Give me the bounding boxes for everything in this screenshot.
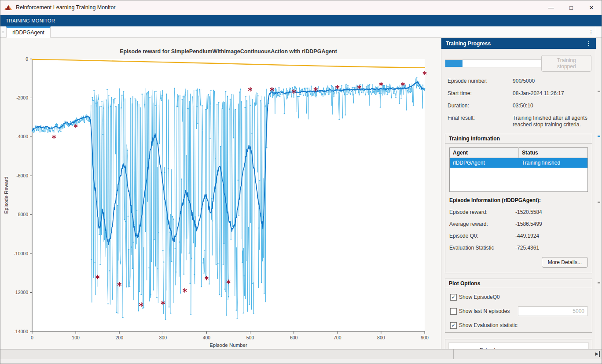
training-information-title: Training Information bbox=[445, 134, 592, 143]
figure-panel: Episode reward for SimplePendlumWithImag… bbox=[0, 38, 441, 349]
scroll-mark bbox=[598, 202, 600, 203]
episode-number-value: 900/5000 bbox=[513, 78, 592, 85]
table-row-rlddpgagent[interactable]: rlDDPGAgent Training finished bbox=[450, 158, 588, 168]
skip-right-arrow-icon[interactable]: ▶ bbox=[595, 351, 600, 357]
svg-text:600: 600 bbox=[290, 335, 298, 340]
document-tabstrip: ≡ rlDDPGAgent ⋮ bbox=[0, 26, 602, 38]
legend-item-episode-reward: Episode reward bbox=[452, 347, 504, 349]
final-result-label: Final result: bbox=[448, 115, 513, 128]
svg-text:800: 800 bbox=[377, 335, 385, 340]
episode-reward-label: Episode reward: bbox=[449, 209, 515, 215]
training-progress-bar bbox=[445, 59, 541, 67]
table-empty-area bbox=[450, 168, 588, 192]
scroll-mark bbox=[598, 282, 600, 283]
svg-text:-4000: -4000 bbox=[16, 134, 28, 139]
training-information-group: Training Information Agent Status bbox=[445, 134, 592, 273]
svg-text:-12000: -12000 bbox=[14, 290, 28, 295]
average-reward-label: Average reward: bbox=[449, 221, 515, 227]
status-cell: Training finished bbox=[519, 158, 588, 168]
bottom-filler bbox=[0, 359, 602, 364]
svg-text:500: 500 bbox=[246, 335, 254, 340]
tabstrip-endcap bbox=[596, 26, 602, 37]
episode-reward-chart: Episode reward for SimplePendlumWithImag… bbox=[0, 38, 442, 349]
maximize-button[interactable]: □ bbox=[561, 0, 581, 15]
ribbon-tab-training-monitor[interactable]: TRAINING MONITOR bbox=[0, 15, 60, 26]
window-title: Reinforcement Learning Training Monitor bbox=[16, 4, 116, 11]
svg-text:300: 300 bbox=[159, 335, 167, 340]
plot-options-title: Plot Options bbox=[445, 279, 592, 288]
progress-fill bbox=[445, 60, 463, 67]
svg-text:-6000: -6000 bbox=[16, 173, 28, 178]
evaluation-statistic-value: -725.4361 bbox=[515, 245, 539, 251]
scroll-mark bbox=[598, 91, 600, 92]
scroll-mark bbox=[598, 136, 600, 137]
svg-text:0: 0 bbox=[31, 335, 33, 340]
more-details-button[interactable]: More Details... bbox=[542, 257, 588, 268]
drag-grip-icon[interactable]: ≡ bbox=[0, 26, 6, 37]
start-time-value: 08-Jan-2024 11:26:17 bbox=[513, 90, 592, 97]
show-evaluation-statistic-label: Show Evaluation statistic bbox=[459, 322, 518, 328]
episode-reward-value: -1520.5584 bbox=[515, 209, 542, 215]
tab-rlddpgagent[interactable]: rlDDPGAgent bbox=[6, 26, 51, 38]
agent-column-header: Agent bbox=[450, 148, 519, 158]
average-reward-value: -1586.5499 bbox=[515, 221, 542, 227]
svg-text:Episode Reward: Episode Reward bbox=[4, 176, 9, 213]
svg-text:-2000: -2000 bbox=[16, 95, 28, 100]
bottom-scrollbar-right[interactable]: ▶ bbox=[454, 349, 602, 359]
svg-text:Episode reward for SimplePendl: Episode reward for SimplePendlumWithImag… bbox=[120, 48, 338, 55]
duration-value: 03:50:10 bbox=[513, 103, 592, 109]
ribbon: TRAINING MONITOR bbox=[0, 15, 602, 26]
vertical-scrollbar[interactable] bbox=[596, 38, 602, 349]
panel-title: Training Progress bbox=[441, 40, 491, 47]
plot-options-group: Plot Options ✓ Show EpisodeQ0 Show last … bbox=[445, 279, 592, 333]
final-result-value: Training finished after all agents reach… bbox=[513, 115, 592, 128]
status-column-header: Status bbox=[519, 148, 588, 158]
matlab-logo-icon bbox=[4, 4, 12, 11]
training-stopped-button[interactable]: Training stopped bbox=[541, 55, 591, 72]
svg-text:Episode Number: Episode Number bbox=[209, 342, 247, 348]
tab-overflow-menu-icon[interactable]: ⋮ bbox=[586, 26, 596, 37]
svg-text:-10000: -10000 bbox=[14, 251, 28, 256]
episode-number-label: Episode number: bbox=[448, 78, 513, 85]
minimize-button[interactable]: — bbox=[541, 0, 561, 15]
agent-cell: rlDDPGAgent bbox=[450, 158, 519, 168]
legend-box: Episode reward Episode Q0 bbox=[445, 339, 592, 349]
last-n-episodes-input[interactable] bbox=[518, 306, 588, 316]
episode-information-title: Episode Information (rlDDPGAgent): bbox=[449, 197, 588, 203]
episode-q0-value: -449.1924 bbox=[515, 233, 539, 239]
svg-text:0: 0 bbox=[26, 56, 28, 62]
legend-item-episode-q0: Episode Q0 bbox=[506, 347, 586, 349]
panel-header: Training Progress ⋮ bbox=[441, 38, 596, 49]
duration-label: Duration: bbox=[448, 103, 513, 109]
show-last-n-episodes-checkbox[interactable] bbox=[450, 308, 457, 315]
app-window: Reinforcement Learning Training Monitor … bbox=[0, 0, 602, 364]
show-episodeq0-label: Show EpisodeQ0 bbox=[459, 294, 500, 300]
training-progress-panel: Training Progress ⋮ Training stopped Epi… bbox=[441, 38, 596, 349]
titlebar: Reinforcement Learning Training Monitor … bbox=[0, 0, 602, 15]
bottom-scrollbar-left[interactable] bbox=[0, 349, 454, 359]
svg-text:700: 700 bbox=[334, 335, 341, 340]
show-episodeq0-checkbox[interactable]: ✓ bbox=[450, 294, 457, 301]
svg-text:-8000: -8000 bbox=[16, 212, 28, 217]
episode-q0-label: Episode Q0: bbox=[449, 233, 515, 239]
svg-text:900: 900 bbox=[421, 335, 429, 340]
show-last-n-episodes-label: Show last N episodes bbox=[459, 308, 510, 314]
show-evaluation-statistic-checkbox[interactable]: ✓ bbox=[450, 322, 457, 329]
close-button[interactable]: ✕ bbox=[581, 0, 602, 15]
svg-text:400: 400 bbox=[203, 335, 211, 340]
svg-text:-14000: -14000 bbox=[14, 329, 28, 334]
svg-text:200: 200 bbox=[115, 335, 123, 340]
bottom-scrollbar-strip: ▶ bbox=[0, 349, 602, 359]
agents-table: Agent Status rlDDPGAgent Training finish… bbox=[449, 147, 588, 192]
start-time-label: Start time: bbox=[448, 90, 513, 97]
svg-text:100: 100 bbox=[72, 335, 80, 340]
evaluation-statistic-label: Evaluation Statistic bbox=[449, 245, 515, 251]
panel-overflow-menu-icon[interactable]: ⋮ bbox=[581, 40, 596, 47]
